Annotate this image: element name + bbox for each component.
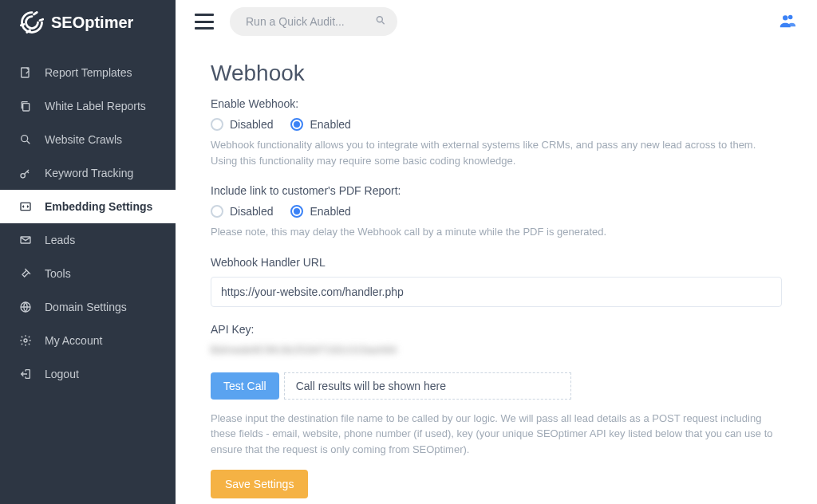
search-icon	[19, 133, 32, 146]
handler-url-input[interactable]	[211, 277, 782, 307]
main-area: Webhook Enable Webhook: Disabled Enabled…	[176, 0, 817, 504]
destination-help: Please input the destination file name t…	[211, 411, 782, 458]
key-icon	[19, 167, 32, 179]
embed-icon	[19, 200, 32, 213]
sidebar-nav: Report Templates White Label Reports Web…	[0, 45, 176, 391]
test-call-button[interactable]: Test Call	[211, 372, 279, 400]
logout-icon	[19, 368, 32, 380]
svg-point-2	[22, 136, 28, 142]
save-settings-button[interactable]: Save Settings	[211, 470, 308, 498]
users-icon[interactable]	[777, 12, 798, 32]
handler-url-label: Webhook Handler URL	[211, 256, 782, 269]
sidebar-item-label: White Label Reports	[45, 100, 146, 112]
gear-icon	[19, 334, 32, 347]
sidebar-item-domain-settings[interactable]: Domain Settings	[0, 290, 176, 324]
radio-label: Enabled	[310, 118, 350, 131]
sidebar-item-label: Logout	[45, 368, 79, 380]
content: Webhook Enable Webhook: Disabled Enabled…	[176, 43, 817, 504]
enable-webhook-label: Enable Webhook:	[211, 97, 782, 110]
radio-label: Disabled	[230, 205, 273, 218]
brand-logo[interactable]: SEOptimer	[0, 0, 176, 45]
sidebar-item-tools[interactable]: Tools	[0, 257, 176, 290]
sidebar-item-leads[interactable]: Leads	[0, 223, 176, 257]
topbar	[176, 0, 817, 43]
radio-icon	[290, 205, 303, 218]
svg-point-8	[377, 17, 382, 22]
radio-icon	[290, 118, 303, 131]
sidebar-item-logout[interactable]: Logout	[0, 357, 176, 391]
sidebar-item-website-crawls[interactable]: Website Crawls	[0, 123, 176, 156]
svg-point-3	[21, 174, 25, 178]
menu-toggle-button[interactable]	[195, 14, 214, 30]
mail-icon	[19, 234, 32, 246]
enable-webhook-disabled-radio[interactable]: Disabled	[211, 118, 273, 131]
enable-webhook-radio-group: Disabled Enabled	[211, 118, 782, 131]
svg-point-10	[788, 14, 793, 19]
sidebar-item-report-templates[interactable]: Report Templates	[0, 56, 176, 89]
sidebar-item-keyword-tracking[interactable]: Keyword Tracking	[0, 156, 176, 190]
sidebar-item-my-account[interactable]: My Account	[0, 324, 176, 357]
search-input[interactable]	[230, 7, 397, 36]
radio-label: Disabled	[230, 118, 273, 131]
api-key-value: Bdmwde8C9fc3b252bf7192c315ash64	[211, 344, 782, 360]
sidebar: SEOptimer Report Templates White Label R…	[0, 0, 176, 504]
api-key-label: API Key:	[211, 323, 782, 336]
enable-webhook-enabled-radio[interactable]: Enabled	[290, 118, 350, 131]
app-container: SEOptimer Report Templates White Label R…	[0, 0, 817, 504]
globe-icon	[19, 301, 32, 313]
pdf-link-disabled-radio[interactable]: Disabled	[211, 205, 273, 218]
pdf-link-label: Include link to customer's PDF Report:	[211, 184, 782, 197]
logo-mark-icon	[19, 10, 45, 35]
svg-rect-1	[23, 104, 30, 111]
copy-icon	[19, 100, 32, 112]
pdf-link-enabled-radio[interactable]: Enabled	[290, 205, 350, 218]
svg-point-7	[24, 339, 27, 342]
svg-point-9	[783, 15, 787, 20]
sidebar-item-label: Website Crawls	[45, 133, 122, 146]
enable-webhook-help: Webhook functionality allows you to inte…	[211, 137, 782, 168]
brand-name: SEOptimer	[51, 14, 133, 32]
sidebar-item-label: Embedding Settings	[45, 200, 152, 213]
radio-label: Enabled	[310, 205, 350, 218]
test-results-box: Call results will be shown here	[284, 372, 571, 400]
pdf-link-help: Please note, this may delay the Webhook …	[211, 224, 782, 240]
sidebar-item-embedding-settings[interactable]: Embedding Settings	[0, 190, 176, 223]
hammer-icon	[19, 267, 32, 280]
quick-audit-search	[230, 7, 397, 36]
test-call-row: Test Call Call results will be shown her…	[211, 372, 782, 400]
radio-icon	[211, 118, 223, 131]
sidebar-item-label: Leads	[45, 234, 75, 246]
document-edit-icon	[19, 66, 32, 79]
sidebar-item-label: Domain Settings	[45, 301, 127, 313]
sidebar-item-label: My Account	[45, 334, 102, 347]
pdf-link-radio-group: Disabled Enabled	[211, 205, 782, 218]
radio-icon	[211, 205, 223, 218]
sidebar-item-label: Report Templates	[45, 66, 132, 79]
search-icon[interactable]	[375, 15, 386, 29]
page-title: Webhook	[211, 61, 782, 86]
sidebar-item-label: Keyword Tracking	[45, 167, 133, 179]
sidebar-item-label: Tools	[45, 267, 71, 280]
sidebar-item-white-label-reports[interactable]: White Label Reports	[0, 89, 176, 123]
